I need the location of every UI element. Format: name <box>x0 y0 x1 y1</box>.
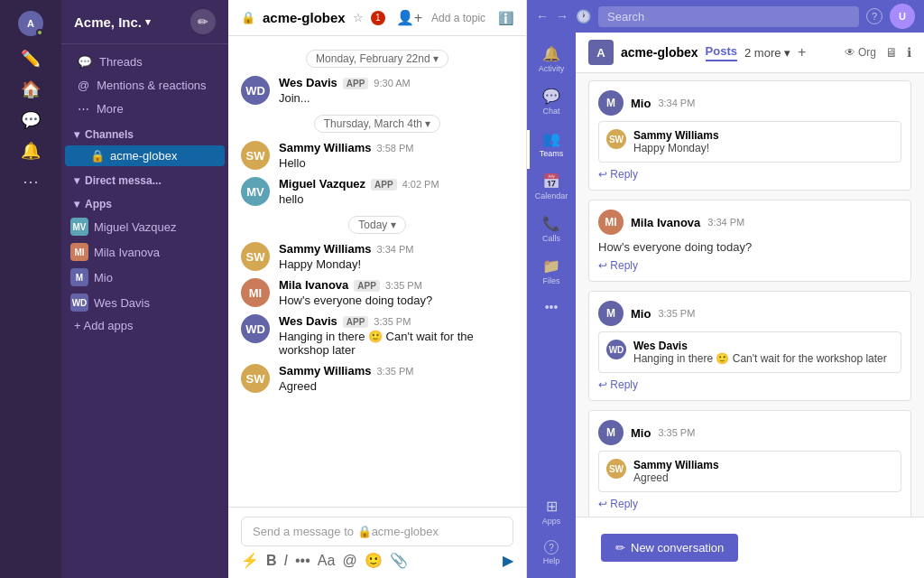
teams-nav-chat[interactable]: 💬 Chat <box>527 82 576 121</box>
reply-button[interactable]: ↩ Reply <box>598 498 901 510</box>
teams-apps-label: Apps <box>542 517 561 526</box>
quote-avatar: WD <box>606 340 626 359</box>
message-sender[interactable]: Mila Ivanova <box>279 278 348 292</box>
direct-messages-section[interactable]: ▾ Direct messa... <box>61 167 228 191</box>
italic-icon[interactable]: I <box>284 553 288 569</box>
add-tab-button[interactable]: + <box>798 44 806 61</box>
date-divider-today[interactable]: Today ▾ <box>228 217 526 231</box>
date-divider-text-feb22: Monday, February 22nd ▾ <box>306 50 448 68</box>
sidebar-item-acme-globex[interactable]: 🔒 acme-globex <box>65 145 225 166</box>
message-sender[interactable]: Miguel Vazquez <box>279 177 365 191</box>
channels-section[interactable]: ▾ Channels <box>61 121 228 144</box>
star-icon[interactable]: ☆ <box>353 11 364 24</box>
mentions-label: Mentions & reactions <box>97 79 206 92</box>
teams-nav-apps[interactable]: ⊞ Apps <box>527 492 576 531</box>
date-divider-feb22[interactable]: Monday, February 22nd ▾ <box>228 51 526 65</box>
miguel-name: Miguel Vazquez <box>94 220 177 234</box>
add-member-icon[interactable]: 👤+ <box>396 9 422 26</box>
app-item-mio[interactable]: M Mio <box>61 265 228 290</box>
nav-compose[interactable]: ✏️ <box>0 43 61 74</box>
message-sender[interactable]: Sammy Williams <box>279 141 371 154</box>
message-sender[interactable]: Sammy Williams <box>279 242 371 256</box>
quoted-message: SW Sammy Williams Happy Monday! <box>598 121 901 163</box>
unread-badge: 1 <box>371 11 385 25</box>
reply-button[interactable]: ↩ Reply <box>598 259 901 272</box>
date-divider-mar4[interactable]: Thursday, March 4th ▾ <box>228 116 526 130</box>
post-time: 3:34 PM <box>707 217 744 228</box>
teams-nav-help[interactable]: ? Help <box>527 535 576 571</box>
more-nav-icon: ⋯ <box>78 102 89 116</box>
mila-name: Mila Ivanova <box>94 246 160 259</box>
nav-home[interactable]: 🏠 <box>0 74 61 105</box>
sidebar: Acme, Inc. ▾ ✏ 💬 Threads @ Mentions & re… <box>61 0 228 578</box>
add-apps-button[interactable]: + Add apps <box>61 315 228 336</box>
nav-activity[interactable]: 🔔 <box>0 135 61 166</box>
info-icon[interactable]: ℹ️ <box>498 11 513 25</box>
teams-nav-files[interactable]: 📁 Files <box>527 252 576 291</box>
sidebar-item-threads[interactable]: 💬 Threads <box>65 51 225 73</box>
list-item: M Mio 3:35 PM SW Sammy Williams Agreed ↩… <box>588 410 911 517</box>
date-divider-text-today: Today ▾ <box>348 216 405 234</box>
teams-nav-teams[interactable]: 👥 Teams <box>527 125 576 163</box>
new-conversation-button[interactable]: ✏ New conversation <box>601 534 738 562</box>
date-divider-text-mar4: Thursday, March 4th ▾ <box>314 115 441 133</box>
app-item-mila[interactable]: MI Mila Ivanova <box>61 239 228 265</box>
mention-icon[interactable]: @ <box>342 553 356 569</box>
screen-share-icon[interactable]: 🖥 <box>885 45 898 60</box>
posts-info-icon[interactable]: ℹ <box>907 45 911 60</box>
attachment-icon[interactable]: 📎 <box>390 552 408 569</box>
message-sender[interactable]: Wes Davis <box>279 76 337 89</box>
teams-nav-more[interactable]: ••• <box>527 294 576 320</box>
app-tag: APP <box>343 78 369 89</box>
message-sender[interactable]: Wes Davis <box>279 314 337 328</box>
message-input[interactable]: Send a message to 🔒acme-globex <box>241 517 513 546</box>
message-sender[interactable]: Sammy Williams <box>279 364 371 378</box>
teams-calls-icon: 📞 <box>542 215 560 232</box>
list-item: M Mio 3:35 PM WD Wes Davis Hanging in th… <box>588 291 911 401</box>
chat-channel-name: acme-globex <box>263 10 346 25</box>
workspace-name[interactable]: Acme, Inc. ▾ <box>74 14 151 30</box>
teams-search-input[interactable] <box>598 6 859 27</box>
bold-icon[interactable]: B <box>266 553 277 569</box>
org-button[interactable]: 👁 Org <box>845 46 876 59</box>
nav-more[interactable]: ⋯ <box>0 166 61 197</box>
message-content: Mila Ivanova APP 3:35 PM How's everyone … <box>279 278 513 307</box>
compose-button[interactable]: ✏ <box>190 9 216 34</box>
dm-icon: 💬 <box>21 110 41 130</box>
sidebar-item-more[interactable]: ⋯ More <box>65 98 225 120</box>
channel-topic[interactable]: Add a topic <box>431 12 485 24</box>
tab-posts[interactable]: Posts <box>706 44 737 61</box>
reply-button[interactable]: ↩ Reply <box>598 378 901 391</box>
teams-nav-activity[interactable]: 🔔 Activity <box>527 40 576 79</box>
nav-dms[interactable]: 💬 <box>0 105 61 135</box>
table-row: WD Wes Davis APP 9:30 AM Join... <box>228 72 526 108</box>
teams-nav-calendar[interactable]: 📅 Calendar <box>527 167 576 206</box>
sidebar-item-mentions[interactable]: @ Mentions & reactions <box>65 74 225 97</box>
teams-user-avatar[interactable]: U <box>890 4 915 29</box>
apps-section[interactable]: ▾ Apps <box>61 191 228 214</box>
teams-teams-icon: 👥 <box>542 130 560 147</box>
post-sender[interactable]: Mila Ivanova <box>631 216 700 229</box>
lightning-icon[interactable]: ⚡ <box>241 552 259 569</box>
channel-name-label: acme-globex <box>110 149 177 163</box>
quoted-message: SW Sammy Williams Agreed <box>598 451 901 492</box>
app-item-wes[interactable]: WD Wes Davis <box>61 290 228 315</box>
avatar: SW <box>241 242 270 271</box>
message-content: Miguel Vazquez APP 4:02 PM hello <box>279 177 513 206</box>
send-button[interactable]: ▶ <box>503 552 513 569</box>
workspace-avatar[interactable]: A <box>18 11 43 36</box>
text-size-icon[interactable]: Aa <box>318 553 336 569</box>
post-sender[interactable]: Mio <box>631 426 651 440</box>
teams-nav-calls[interactable]: 📞 Calls <box>527 210 576 248</box>
app-item-miguel[interactable]: MV Miguel Vazquez <box>61 214 228 239</box>
post-sender[interactable]: Mio <box>631 307 651 321</box>
more-formatting-icon[interactable]: ••• <box>295 553 310 569</box>
post-sender[interactable]: Mio <box>631 97 651 110</box>
help-icon[interactable]: ? <box>866 8 882 24</box>
emoji-icon[interactable]: 🙂 <box>365 552 383 569</box>
history-icon[interactable]: 🕐 <box>576 9 591 23</box>
tab-more[interactable]: 2 more ▾ <box>744 46 790 60</box>
forward-button[interactable]: → <box>556 9 568 23</box>
reply-button[interactable]: ↩ Reply <box>598 168 901 181</box>
back-button[interactable]: ← <box>536 9 549 23</box>
